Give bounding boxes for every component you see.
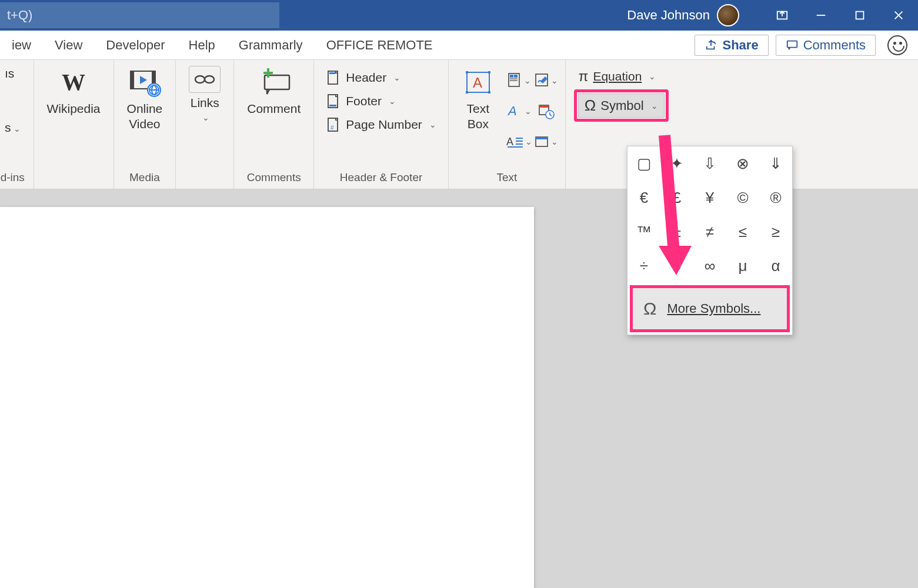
object-button[interactable]: ⌄: [536, 128, 557, 155]
date-time-button[interactable]: [536, 98, 557, 125]
links-icon: [189, 66, 221, 93]
svg-text:A: A: [506, 136, 513, 148]
tab-view[interactable]: View: [43, 31, 94, 59]
svg-rect-34: [510, 80, 518, 81]
symbol-item[interactable]: ≥: [759, 215, 792, 249]
symbol-item[interactable]: ¥: [693, 181, 726, 215]
group-label-comments: Comments: [247, 168, 301, 189]
equation-dropdown[interactable]: π Equation ⌄: [574, 67, 669, 86]
tab-help[interactable]: Help: [177, 31, 227, 59]
document-page[interactable]: [0, 207, 534, 588]
symbol-dropdown-button[interactable]: Ω Symbol ⌄: [578, 93, 665, 118]
symbol-item[interactable]: ⇓: [759, 146, 792, 181]
maximize-button[interactable]: [840, 0, 879, 31]
feedback-smile-icon[interactable]: [887, 35, 907, 55]
wikipedia-label: Wikipedia: [47, 101, 101, 116]
links-button[interactable]: Links ⌄: [184, 64, 225, 126]
group-label-text: Text: [496, 168, 517, 189]
symbol-item[interactable]: ⊗: [726, 146, 759, 181]
svg-rect-5: [787, 41, 797, 47]
header-dropdown[interactable]: Header⌄: [322, 68, 440, 87]
tab-grammarly[interactable]: Grammarly: [227, 31, 315, 59]
signature-icon: [535, 73, 550, 88]
svg-rect-32: [514, 75, 518, 78]
more-symbols-label: More Symbols...: [667, 301, 760, 316]
online-video-button[interactable]: Online Video: [122, 64, 168, 135]
symbol-item[interactable]: ±: [660, 215, 693, 249]
wikipedia-icon: W: [57, 66, 90, 99]
account-avatar[interactable]: [717, 4, 739, 26]
omega-icon: Ω: [643, 299, 656, 319]
group-label-addins: d-ins: [1, 168, 25, 189]
wordart-icon: A: [507, 103, 523, 119]
page-number-label: Page Number: [346, 118, 422, 132]
symbol-gallery-dropdown: ▢ ✦ ⇩ ⊗ ⇓ € £ ¥ © ® ™ ± ≠ ≤ ≥ ÷ × ∞ μ α …: [627, 146, 793, 335]
more-symbols-button[interactable]: Ω More Symbols...: [633, 288, 787, 329]
svg-text:#: #: [331, 125, 334, 131]
svg-rect-2: [856, 12, 864, 19]
share-label: Share: [722, 38, 758, 53]
symbol-item[interactable]: α: [759, 249, 792, 283]
close-button[interactable]: [879, 0, 918, 31]
footer-dropdown[interactable]: Footer⌄: [322, 92, 440, 111]
tab-developer[interactable]: Developer: [94, 31, 176, 59]
ribbon-display-options[interactable]: [763, 0, 802, 31]
account-username[interactable]: Dave Johnson: [627, 8, 710, 23]
header-label: Header: [346, 71, 386, 85]
wordart-button[interactable]: A⌄: [509, 98, 530, 125]
footer-icon: [326, 93, 341, 109]
quick-parts-button[interactable]: ⌄: [509, 67, 530, 94]
symbol-label: Symbol: [600, 98, 643, 113]
share-button[interactable]: Share: [695, 35, 768, 56]
tell-me-search[interactable]: t+Q): [0, 2, 279, 28]
drop-cap-button[interactable]: A⌄: [509, 128, 530, 155]
symbol-item[interactable]: ™: [627, 215, 660, 249]
symbol-item[interactable]: ÷: [627, 249, 660, 283]
svg-rect-21: [329, 105, 336, 106]
symbol-item[interactable]: ✦: [660, 146, 693, 181]
symbol-item[interactable]: ©: [726, 181, 759, 215]
symbol-item[interactable]: €: [627, 181, 660, 215]
date-time-icon: [538, 103, 555, 119]
signature-line-button[interactable]: ⌄: [536, 67, 557, 94]
svg-rect-46: [536, 137, 548, 139]
text-box-label: Text Box: [467, 101, 490, 132]
symbol-item[interactable]: ®: [759, 181, 792, 215]
online-video-icon: [128, 66, 161, 99]
comment-label: Comment: [247, 101, 301, 116]
text-box-button[interactable]: A Text Box: [457, 64, 499, 135]
svg-point-14: [205, 76, 214, 83]
tab-office-remote[interactable]: OFFICE REMOTE: [315, 31, 445, 59]
title-bar: t+Q) Dave Johnson: [0, 0, 918, 31]
symbol-item[interactable]: ∞: [693, 249, 726, 283]
symbol-item[interactable]: μ: [726, 249, 759, 283]
footer-label: Footer: [346, 94, 382, 108]
svg-rect-31: [510, 75, 513, 78]
symbol-button-highlight: Ω Symbol ⌄: [574, 89, 669, 122]
page-number-icon: #: [326, 117, 341, 132]
new-comment-button[interactable]: Comment: [242, 64, 305, 119]
svg-rect-25: [466, 71, 468, 74]
drop-cap-icon: A: [506, 135, 524, 149]
comments-button[interactable]: Comments: [776, 35, 876, 56]
more-symbols-highlight: Ω More Symbols...: [630, 285, 790, 332]
svg-text:A: A: [507, 103, 517, 118]
symbol-item[interactable]: £: [660, 181, 693, 215]
tab-review-partial[interactable]: iew: [0, 31, 43, 59]
page-number-dropdown[interactable]: # Page Number⌄: [322, 115, 440, 134]
svg-rect-7: [131, 71, 134, 89]
svg-rect-28: [488, 91, 490, 93]
symbol-item[interactable]: ⇩: [693, 146, 726, 181]
quick-parts-icon: [508, 72, 523, 89]
svg-rect-27: [466, 91, 468, 93]
symbol-item[interactable]: ×: [660, 249, 693, 283]
symbol-item[interactable]: ≠: [693, 215, 726, 249]
symbol-item[interactable]: ≤: [726, 215, 759, 249]
search-text-fragment: t+Q): [7, 8, 32, 23]
online-video-label: Online Video: [127, 101, 163, 132]
symbol-item[interactable]: ▢: [627, 146, 660, 181]
wikipedia-button[interactable]: W Wikipedia: [42, 64, 105, 119]
minimize-button[interactable]: [802, 0, 840, 31]
addin-button-partial[interactable]: ıs s⌄: [0, 64, 25, 138]
share-icon: [705, 39, 717, 52]
